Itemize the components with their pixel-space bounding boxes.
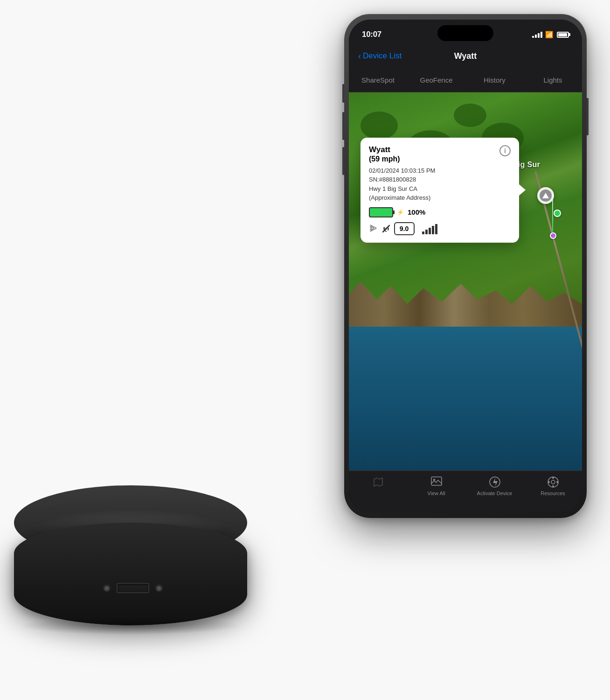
cell-signal-icon (422, 223, 437, 234)
popup-arrow (519, 184, 526, 196)
popup-header: Wyatt (59 mph) i (369, 145, 511, 163)
signal-bar-1 (532, 36, 534, 38)
status-time: 10:07 (362, 30, 381, 39)
view-all-label: View All (427, 490, 445, 496)
popup-details: 02/01/2024 10:03:15 PM SN:#8881800828 Hw… (369, 166, 511, 203)
phone-screen: 10:07 📶 ‹ D (349, 20, 582, 512)
tab-sharespot[interactable]: ShareSpot (349, 68, 407, 92)
puck-screw-right (155, 584, 163, 592)
veg-1 (360, 112, 398, 140)
device-info-popup: Wyatt (59 mph) i 02/01/2024 10:03:15 PM … (360, 138, 519, 242)
direction-icon (542, 193, 549, 198)
circle-grid-icon (547, 476, 559, 488)
tab-nav: ShareSpot GeoFence History Lights (349, 68, 582, 92)
battery-bar (369, 207, 393, 217)
gallery-icon (430, 476, 443, 488)
popup-serial: SN:#8881800828 (369, 175, 511, 184)
secondary-marker (550, 232, 556, 239)
signal-bar-4 (541, 32, 542, 38)
bottom-bar: View All Activate Device (349, 470, 582, 512)
nav-bar: ‹ Device List Wyatt (349, 44, 582, 68)
tab-lights[interactable]: Lights (524, 68, 582, 92)
bottom-tab-resources[interactable]: Resources (524, 476, 582, 496)
page-title: Wyatt (454, 51, 477, 61)
tab-history[interactable]: History (465, 68, 524, 92)
activate-icon (488, 476, 501, 489)
svg-point-3 (433, 479, 435, 481)
wifi-icon: 📶 (545, 31, 553, 38)
svg-rect-2 (431, 477, 442, 485)
info-button[interactable]: i (499, 145, 511, 156)
puck-usb-port (117, 583, 149, 593)
battery-percentage: 100% (408, 208, 425, 216)
resources-icon (547, 476, 560, 489)
volume-up-button (342, 112, 344, 140)
puck-body (14, 523, 247, 625)
bottom-tab-partial[interactable] (349, 476, 407, 489)
svg-point-10 (556, 481, 558, 483)
sig-bar-1 (422, 231, 424, 234)
gps-score-box: 9.0 (394, 222, 415, 235)
scene: 10:07 📶 ‹ D (0, 0, 610, 700)
battery-indicator (369, 207, 393, 217)
popup-title-section: Wyatt (59 mph) (369, 145, 400, 163)
veg-3 (454, 104, 486, 127)
activate-label: Activate Device (477, 490, 513, 496)
volume-down-button (342, 147, 344, 175)
battery-fill (558, 33, 567, 36)
svg-point-9 (548, 481, 550, 483)
gps-slash-icon: ⫸ (369, 223, 391, 234)
map-icon (373, 476, 384, 488)
svg-point-7 (552, 477, 554, 479)
resources-label: Resources (541, 490, 565, 496)
back-button[interactable]: ‹ Device List (358, 51, 402, 61)
puck-shadow (19, 616, 243, 635)
phone: 10:07 📶 ‹ D (344, 14, 587, 518)
svg-point-1 (385, 228, 387, 230)
gps-device (14, 476, 256, 625)
power-button (587, 98, 589, 135)
device-name: Wyatt (369, 145, 400, 154)
gps-status: ⫸ 9.0 (369, 222, 415, 235)
marker-inner (540, 189, 552, 202)
sig-bar-2 (425, 230, 428, 234)
svg-point-6 (551, 480, 555, 484)
map-background: Big Sur (349, 92, 582, 470)
signal-bar-2 (535, 35, 537, 38)
sig-bar-5 (435, 224, 437, 234)
svg-point-8 (552, 485, 554, 487)
popup-datetime: 02/01/2024 10:03:15 PM (369, 166, 511, 175)
map-view[interactable]: Big Sur (349, 92, 582, 470)
view-all-icon (430, 476, 443, 489)
tab-geofence[interactable]: GeoFence (407, 68, 465, 92)
signal-strength-icon (532, 31, 542, 38)
route-line (552, 195, 553, 232)
sig-bar-3 (429, 228, 431, 234)
bottom-tab-activate[interactable]: Activate Device (465, 476, 524, 496)
signal-bar-3 (538, 33, 540, 38)
geofence-marker (554, 210, 561, 217)
status-icons: 📶 (532, 31, 569, 38)
antenna-slash-icon (381, 224, 391, 234)
lightning-icon: ⚡ (397, 209, 404, 216)
battery-row: ⚡ 100% (369, 207, 511, 217)
bottom-tab-view-all[interactable]: View All (407, 476, 465, 496)
dynamic-island (437, 25, 493, 41)
puck-screw-left (103, 584, 111, 592)
popup-status-icons: ⫸ 9.0 (369, 222, 511, 235)
battery-icon (557, 32, 569, 38)
mute-button (342, 84, 344, 103)
partial-tab-icon (372, 476, 385, 489)
chevron-left-icon: ‹ (358, 51, 361, 61)
sig-bar-4 (432, 226, 434, 234)
popup-address: Hwy 1 Big Sur CA (369, 184, 511, 194)
puck-ports (89, 576, 177, 600)
popup-address-note: (Approximate Address) (369, 193, 511, 203)
device-speed: (59 mph) (369, 155, 400, 163)
lightning-icon (489, 476, 501, 488)
back-label[interactable]: Device List (363, 51, 402, 61)
